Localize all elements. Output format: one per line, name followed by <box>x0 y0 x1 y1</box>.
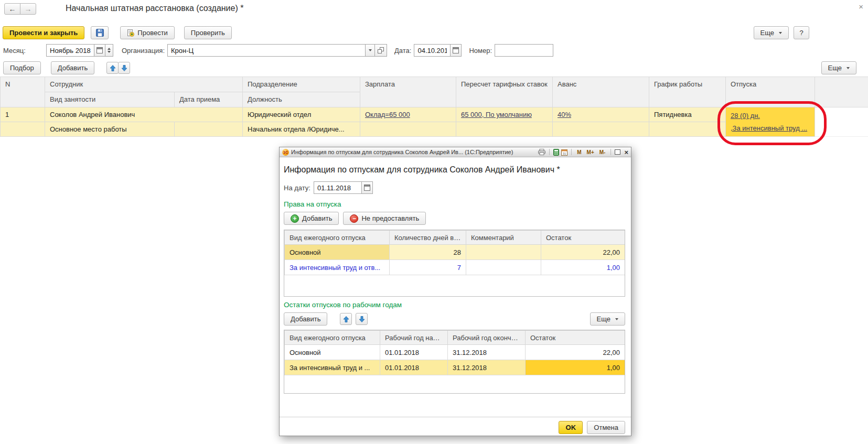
cell-vacation-kind[interactable]: Основной <box>285 345 380 360</box>
cell-schedule[interactable]: Пятидневка <box>649 107 726 122</box>
cell-n[interactable]: 1 <box>1 107 45 122</box>
cell-hire-date[interactable] <box>175 122 243 137</box>
col-days-per-year[interactable]: Количество дней в год <box>390 231 466 245</box>
number-input[interactable] <box>495 44 553 57</box>
col-advance[interactable]: Аванс <box>553 77 649 107</box>
footer-divider <box>280 417 631 417</box>
cell-comment[interactable] <box>466 245 541 260</box>
cell-days-per-year[interactable]: 7 <box>390 260 466 275</box>
forward-button[interactable]: → <box>20 3 36 15</box>
month-stepper[interactable] <box>105 44 113 57</box>
col-vacations[interactable]: Отпуска <box>726 77 815 107</box>
cell-vacations-active[interactable]: 28 (0) дн. ,За интенсивный труд ... <box>726 107 815 137</box>
add-row-button[interactable]: Добавить <box>51 61 94 74</box>
cancel-label: Отмена <box>594 424 618 431</box>
more-button-list[interactable]: Еще <box>821 61 856 74</box>
window-close-icon[interactable]: × <box>859 2 863 11</box>
rights-deny-button[interactable]: − Не предоставлять <box>343 212 426 225</box>
cell-advance[interactable]: 40% <box>553 107 649 122</box>
save-button[interactable] <box>91 26 109 39</box>
balances-toolbar: Добавить Еще <box>284 312 625 326</box>
month-calendar-button[interactable] <box>94 44 105 57</box>
col-employment-kind[interactable]: Вид занятости <box>45 92 175 107</box>
org-open-button[interactable] <box>374 44 387 57</box>
memory-minus-button[interactable]: М- <box>598 149 607 155</box>
help-button[interactable]: ? <box>794 26 809 39</box>
cell-employee[interactable]: Соколов Андрей Иванович <box>45 107 243 122</box>
cell-balance[interactable]: 22,00 <box>526 345 625 360</box>
balances-move-down-button[interactable] <box>356 313 368 325</box>
cell-balance-active[interactable]: 1,00 <box>526 360 625 375</box>
command-bar-right: Еще ? <box>754 26 809 39</box>
cell-year-start[interactable]: 01.01.2018 <box>380 345 448 360</box>
back-button[interactable]: ← <box>4 3 20 15</box>
rights-section-title: Права на отпуска <box>284 200 625 208</box>
col-comment[interactable]: Комментарий <box>466 231 541 245</box>
arrow-down-icon <box>121 65 127 71</box>
cell-balance[interactable]: 1,00 <box>541 260 625 275</box>
cell-salary[interactable]: Оклад=65 000 <box>360 107 456 122</box>
org-input[interactable] <box>167 44 366 57</box>
cell-year-end[interactable]: 31.12.2018 <box>448 360 526 375</box>
post-and-close-button[interactable]: Провести и закрыть <box>3 26 84 39</box>
balances-add-button[interactable]: Добавить <box>284 312 327 326</box>
col-schedule[interactable]: График работы <box>649 77 726 107</box>
col-employee[interactable]: Сотрудник <box>45 77 243 92</box>
vacations-days-link[interactable]: 28 (0) дн. <box>731 112 760 120</box>
ok-label: OK <box>566 424 576 431</box>
cancel-button[interactable]: Отмена <box>587 421 625 434</box>
move-down-button[interactable] <box>118 62 130 74</box>
col-vacation-kind[interactable]: Вид ежегодного отпуска <box>285 231 390 245</box>
pick-button[interactable]: Подбор <box>3 61 41 74</box>
cell-vacation-kind[interactable]: За интенсивный труд и ... <box>285 360 380 375</box>
cell-vacation-kind[interactable]: За интенсивный труд и отв... <box>285 260 390 275</box>
cell-year-start[interactable]: 01.01.2018 <box>380 360 448 375</box>
month-input[interactable] <box>46 44 94 57</box>
vacations-kind-link[interactable]: ,За интенсивный труд ... <box>731 124 807 132</box>
col-year-start[interactable]: Рабочий год начало <box>380 331 448 345</box>
calendar-icon[interactable]: 31 <box>561 149 567 156</box>
cell-employment-kind[interactable]: Основное место работы <box>45 122 175 137</box>
post-button[interactable]: Провести <box>120 26 175 39</box>
advance-link[interactable]: 40% <box>558 111 571 118</box>
cell-comment[interactable] <box>466 260 541 275</box>
cell-department[interactable]: Юридический отдел <box>243 107 360 122</box>
col-hire-date[interactable]: Дата приема <box>175 92 243 107</box>
balances-more-button[interactable]: Еще <box>590 312 625 326</box>
restore-window-icon[interactable] <box>615 149 620 155</box>
cell-vacation-kind[interactable]: Основной <box>285 245 390 260</box>
col-department[interactable]: Подразделение <box>243 77 360 92</box>
col-balance[interactable]: Остаток <box>541 231 625 245</box>
cell-rate-recalc[interactable]: 65 000, По умолчанию <box>456 107 553 122</box>
on-date-input[interactable] <box>314 181 362 194</box>
cell-position[interactable]: Начальник отдела /Юридиче... <box>243 122 360 137</box>
on-date-calendar-button[interactable] <box>361 181 373 194</box>
col-n[interactable]: N <box>1 77 45 107</box>
ok-button[interactable]: OK <box>559 421 583 434</box>
move-up-button[interactable] <box>106 62 119 74</box>
cell-days-per-year[interactable]: 28 <box>390 245 466 260</box>
memory-button[interactable]: М <box>575 149 583 155</box>
balances-move-up-button[interactable] <box>340 313 352 325</box>
check-button[interactable]: Проверить <box>184 26 232 39</box>
col-balance[interactable]: Остаток <box>526 331 625 345</box>
calculator-icon[interactable] <box>553 149 559 156</box>
col-vacation-kind[interactable]: Вид ежегодного отпуска <box>285 331 380 345</box>
cell-year-end[interactable]: 31.12.2018 <box>448 345 526 360</box>
col-rate-recalc[interactable]: Пересчет тарифных ставок <box>456 77 553 107</box>
rights-add-button[interactable]: + Добавить <box>284 212 339 225</box>
rights-deny-label: Не предоставлять <box>361 214 419 222</box>
rate-recalc-link[interactable]: 65 000, По умолчанию <box>461 111 532 118</box>
print-icon[interactable] <box>538 149 545 155</box>
salary-link[interactable]: Оклад=65 000 <box>365 111 410 118</box>
col-salary[interactable]: Зарплата <box>360 77 456 107</box>
cell-balance[interactable]: 22,00 <box>541 245 625 260</box>
close-icon[interactable]: × <box>624 148 628 156</box>
date-calendar-button[interactable] <box>450 44 462 57</box>
col-position[interactable]: Должность <box>243 92 360 107</box>
date-input[interactable] <box>414 44 451 57</box>
col-year-end[interactable]: Рабочий год окончание <box>448 331 526 345</box>
memory-plus-button[interactable]: М+ <box>585 149 596 155</box>
more-button-top[interactable]: Еще <box>754 26 789 39</box>
org-dropdown-button[interactable] <box>365 44 375 57</box>
